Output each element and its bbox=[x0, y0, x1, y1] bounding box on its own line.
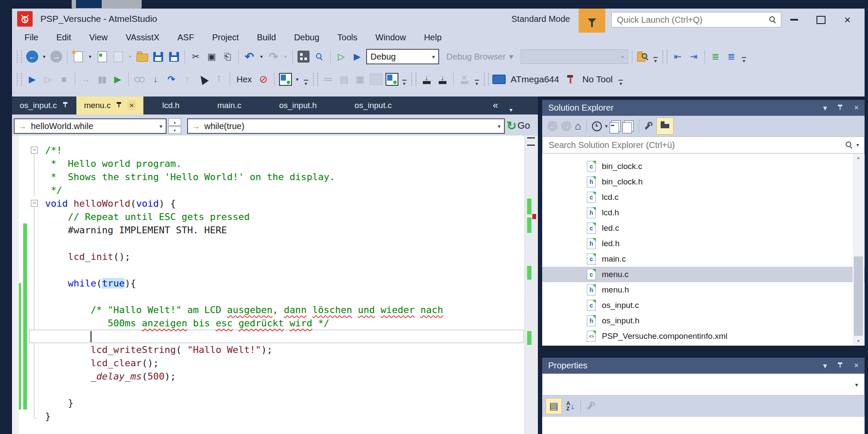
solution-search-input[interactable] bbox=[548, 140, 842, 151]
erase-device-icon[interactable]: ✕ bbox=[461, 75, 468, 84]
find-icon[interactable] bbox=[316, 53, 323, 60]
stop-debugging-icon[interactable]: ■ bbox=[57, 72, 71, 87]
code-line-19[interactable] bbox=[45, 383, 522, 396]
alphabetical-sort-icon[interactable]: AZ ↓ bbox=[566, 401, 574, 411]
sync-with-active-document-icon[interactable] bbox=[624, 121, 634, 132]
minimize-button[interactable] bbox=[785, 13, 804, 27]
code-line-16[interactable]: lcd_writeString( "Hallo Welt!"); bbox=[45, 343, 522, 356]
toolbar-overflow-icon[interactable]: ▾ bbox=[473, 73, 480, 86]
quick-launch-input[interactable] bbox=[616, 15, 769, 25]
navigate-back-dropdown-icon[interactable]: ▾ bbox=[41, 49, 47, 64]
add-item-icon[interactable] bbox=[98, 51, 107, 62]
toolbar-overflow-icon[interactable]: ▾ bbox=[652, 50, 659, 63]
code-line-11[interactable]: while(true){ bbox=[45, 277, 522, 290]
selected-tool-label[interactable]: No Tool bbox=[582, 74, 613, 84]
spinner-up-button[interactable]: ▴ bbox=[168, 118, 181, 126]
menu-item-file[interactable]: File bbox=[15, 33, 47, 42]
search-options-dropdown-icon[interactable]: ▾ bbox=[856, 142, 859, 148]
auto-hide-pin-icon[interactable] bbox=[837, 362, 844, 369]
menu-item-window[interactable]: Window bbox=[367, 33, 415, 42]
scroll-tabs-left-icon[interactable]: « bbox=[493, 100, 498, 111]
file-os_input.c[interactable]: cos_input.c bbox=[542, 298, 865, 313]
menu-item-debug[interactable]: Debug bbox=[285, 33, 328, 42]
auto-hide-pin-icon[interactable] bbox=[837, 105, 844, 112]
outline-list-icon[interactable]: ≣ bbox=[709, 49, 722, 64]
close-button[interactable]: × bbox=[838, 13, 857, 27]
scope-dropdown[interactable]: → helloWorld.while ▾ bbox=[14, 118, 167, 134]
code-line-7[interactable]: #warning IMPLEMENT STH. HERE bbox=[45, 223, 522, 237]
disassembly-icon[interactable]: ≔ bbox=[322, 72, 335, 87]
code-content[interactable]: /*! * Hello world program. * Shows the s… bbox=[45, 144, 522, 423]
open-file-icon[interactable] bbox=[137, 54, 148, 62]
undo-dropdown-icon[interactable]: ▾ bbox=[258, 49, 264, 64]
tab-lcd.h[interactable]: lcd.h bbox=[143, 96, 198, 115]
title-bar[interactable]: PSP_Versuche - AtmelStudio Standard Mode… bbox=[12, 9, 865, 29]
undo-icon[interactable]: ↶ bbox=[243, 49, 256, 64]
editor-scrollbar[interactable] bbox=[525, 136, 538, 434]
pin-icon[interactable] bbox=[116, 102, 122, 109]
copy-icon[interactable]: ▣ bbox=[205, 49, 219, 64]
feedback-filter-button[interactable] bbox=[579, 9, 605, 33]
run-to-cursor-icon[interactable]: ⊺ bbox=[212, 72, 226, 87]
window-position-dropdown-icon[interactable]: ▾ bbox=[823, 103, 827, 113]
close-panel-icon[interactable]: × bbox=[854, 103, 859, 112]
goto-button[interactable]: ↻ Go bbox=[507, 117, 537, 134]
step-into-icon[interactable]: ↓ bbox=[149, 72, 162, 87]
memory-icon[interactable]: ▦ bbox=[353, 72, 367, 87]
break-all-icon[interactable]: ▮▮ bbox=[95, 72, 109, 87]
new-project-icon[interactable] bbox=[114, 51, 123, 62]
code-line-13[interactable]: /* "Hallo Welt!" am LCD ausgeben, dann l… bbox=[45, 303, 522, 316]
restart-icon[interactable]: ▷ bbox=[41, 72, 55, 87]
code-line-10[interactable] bbox=[45, 263, 522, 277]
forward-icon[interactable]: → bbox=[561, 121, 571, 131]
menu-item-edit[interactable]: Edit bbox=[47, 33, 80, 42]
quickwatch-icon[interactable] bbox=[134, 77, 145, 82]
solution-explorer-toolbar-icon[interactable] bbox=[297, 51, 310, 63]
fold-collapse-icon[interactable] bbox=[31, 200, 38, 207]
disable-breakpoints-icon[interactable]: ⊘ bbox=[257, 72, 270, 87]
debug-browser-dropdown[interactable]: Debug Browser ▾ bbox=[441, 51, 519, 62]
toolbar-overflow-icon[interactable]: ▾ bbox=[617, 73, 624, 86]
solution-explorer-title-bar[interactable]: Solution Explorer ▾ × bbox=[542, 100, 865, 116]
file-bin_clock.c[interactable]: cbin_clock.c bbox=[542, 159, 865, 174]
file-led.c[interactable]: cled.c bbox=[542, 220, 865, 236]
toolbar-overflow-icon[interactable]: ▾ bbox=[303, 73, 310, 86]
menu-item-build[interactable]: Build bbox=[248, 33, 285, 42]
file-lcd.c[interactable]: clcd.c bbox=[542, 190, 865, 205]
start-without-debugging-icon[interactable]: ▷ bbox=[334, 49, 348, 64]
spinner-down-button[interactable]: ▾ bbox=[168, 127, 181, 134]
debug-browser-target-dropdown[interactable]: ▾ bbox=[521, 49, 628, 64]
fold-collapse-icon[interactable] bbox=[31, 147, 38, 154]
io-view-icon[interactable] bbox=[370, 74, 382, 85]
tab-os_input.c[interactable]: os_input.c bbox=[12, 96, 76, 115]
toolbar-grip[interactable] bbox=[662, 50, 668, 63]
navigate-forward-icon[interactable]: → bbox=[50, 51, 62, 63]
toolbar-grip[interactable] bbox=[17, 73, 22, 86]
tree-scrollbar[interactable]: ▴ ▾ bbox=[853, 154, 864, 346]
code-line-18[interactable]: _delay_ms(500); bbox=[45, 370, 522, 383]
menu-item-help[interactable]: Help bbox=[415, 33, 451, 42]
selected-device-label[interactable]: ATmega644 bbox=[511, 74, 559, 84]
continue-icon[interactable]: ▶ bbox=[350, 49, 364, 64]
step-out-icon[interactable]: ↑ bbox=[180, 72, 194, 87]
new-file-icon[interactable]: ✱ bbox=[74, 51, 83, 62]
redo-icon[interactable]: ↷ bbox=[267, 49, 280, 64]
write-flash-icon[interactable]: ↓ bbox=[423, 75, 431, 84]
file-PSP_Versuche.componentinfo.xml[interactable]: <>PSP_Versuche.componentinfo.xml bbox=[542, 329, 865, 344]
toolbar-grip[interactable] bbox=[411, 73, 416, 86]
properties-wrench-icon[interactable] bbox=[644, 122, 653, 130]
solution-search-box[interactable]: ▾ bbox=[542, 136, 865, 154]
start-debugging-icon[interactable]: ▶ bbox=[111, 72, 124, 87]
file-main.c[interactable]: cmain.c bbox=[542, 251, 865, 267]
tab-list-dropdown-icon[interactable]: ▾ bbox=[507, 99, 514, 112]
save-icon[interactable] bbox=[153, 52, 163, 62]
tab-os_input.c[interactable]: os_input.c bbox=[336, 96, 411, 115]
tab-menu.c[interactable]: menu.c× bbox=[76, 96, 143, 115]
pending-changes-filter-icon[interactable] bbox=[592, 121, 602, 131]
redo-dropdown-icon[interactable]: ▾ bbox=[282, 49, 288, 64]
new-file-dropdown-icon[interactable]: ▾ bbox=[87, 49, 93, 64]
filter-dropdown-icon[interactable]: ▾ bbox=[605, 123, 608, 129]
code-line-2[interactable]: * Hello world program. bbox=[45, 157, 522, 170]
back-icon[interactable]: ← bbox=[547, 121, 558, 131]
hex-toggle-button[interactable]: Hex bbox=[237, 75, 252, 84]
